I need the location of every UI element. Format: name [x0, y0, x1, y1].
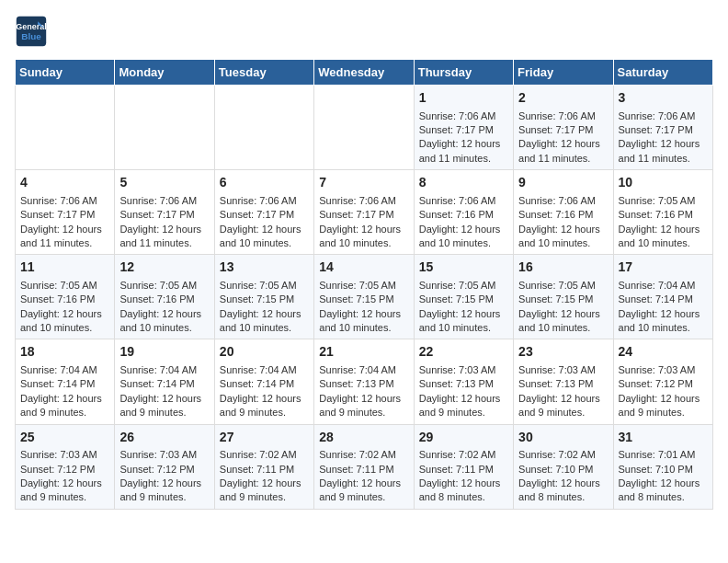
calendar-cell: 9Sunrise: 7:06 AM Sunset: 7:16 PM Daylig… [514, 170, 613, 255]
calendar-cell: 23Sunrise: 7:03 AM Sunset: 7:13 PM Dayli… [514, 339, 613, 424]
day-number: 25 [20, 429, 109, 447]
day-number: 21 [319, 343, 408, 362]
calendar-week-4: 18Sunrise: 7:04 AM Sunset: 7:14 PM Dayli… [16, 339, 713, 424]
day-number: 30 [518, 429, 608, 447]
calendar-week-1: 1Sunrise: 7:06 AM Sunset: 7:17 PM Daylig… [16, 86, 713, 170]
day-number: 5 [119, 174, 209, 192]
calendar-cell: 10Sunrise: 7:05 AM Sunset: 7:16 PM Dayli… [613, 170, 712, 255]
day-info: Sunrise: 7:06 AM Sunset: 7:17 PM Dayligh… [419, 109, 508, 167]
calendar-cell: 7Sunrise: 7:06 AM Sunset: 7:17 PM Daylig… [314, 170, 414, 255]
day-info: Sunrise: 7:02 AM Sunset: 7:11 PM Dayligh… [220, 448, 309, 505]
day-number: 27 [220, 429, 309, 447]
day-info: Sunrise: 7:05 AM Sunset: 7:16 PM Dayligh… [119, 279, 209, 336]
day-info: Sunrise: 7:03 AM Sunset: 7:13 PM Dayligh… [518, 363, 608, 420]
calendar-cell: 21Sunrise: 7:04 AM Sunset: 7:13 PM Dayli… [314, 339, 414, 424]
day-info: Sunrise: 7:05 AM Sunset: 7:15 PM Dayligh… [518, 279, 608, 336]
calendar-table: SundayMondayTuesdayWednesdayThursdayFrid… [15, 59, 713, 510]
calendar-week-3: 11Sunrise: 7:05 AM Sunset: 7:16 PM Dayli… [16, 255, 713, 339]
day-info: Sunrise: 7:03 AM Sunset: 7:13 PM Dayligh… [419, 363, 508, 420]
day-info: Sunrise: 7:02 AM Sunset: 7:10 PM Dayligh… [518, 448, 608, 505]
day-info: Sunrise: 7:02 AM Sunset: 7:11 PM Dayligh… [319, 448, 408, 505]
calendar-cell: 15Sunrise: 7:05 AM Sunset: 7:15 PM Dayli… [414, 255, 513, 339]
weekday-header-tuesday: Tuesday [214, 60, 313, 86]
calendar-cell [314, 86, 414, 170]
weekday-header-monday: Monday [115, 60, 214, 86]
calendar-cell: 30Sunrise: 7:02 AM Sunset: 7:10 PM Dayli… [514, 424, 613, 509]
weekday-header-sunday: Sunday [16, 60, 115, 86]
day-info: Sunrise: 7:06 AM Sunset: 7:17 PM Dayligh… [220, 194, 309, 251]
day-number: 4 [20, 174, 109, 192]
calendar-cell: 18Sunrise: 7:04 AM Sunset: 7:14 PM Dayli… [16, 339, 115, 424]
day-number: 16 [518, 259, 608, 277]
calendar-cell: 29Sunrise: 7:02 AM Sunset: 7:11 PM Dayli… [414, 424, 513, 509]
day-info: Sunrise: 7:06 AM Sunset: 7:17 PM Dayligh… [319, 194, 408, 251]
weekday-header-saturday: Saturday [613, 60, 712, 86]
day-number: 1 [419, 89, 508, 108]
calendar-cell: 11Sunrise: 7:05 AM Sunset: 7:16 PM Dayli… [16, 255, 115, 339]
day-info: Sunrise: 7:04 AM Sunset: 7:14 PM Dayligh… [619, 279, 708, 336]
day-info: Sunrise: 7:04 AM Sunset: 7:14 PM Dayligh… [220, 363, 309, 420]
calendar-week-2: 4Sunrise: 7:06 AM Sunset: 7:17 PM Daylig… [16, 170, 713, 255]
calendar-cell: 3Sunrise: 7:06 AM Sunset: 7:17 PM Daylig… [613, 86, 712, 170]
day-info: Sunrise: 7:06 AM Sunset: 7:17 PM Dayligh… [518, 109, 608, 167]
day-number: 20 [220, 343, 309, 362]
day-number: 28 [319, 429, 408, 447]
day-info: Sunrise: 7:03 AM Sunset: 7:12 PM Dayligh… [20, 448, 109, 505]
day-number: 12 [119, 259, 209, 277]
calendar-cell: 1Sunrise: 7:06 AM Sunset: 7:17 PM Daylig… [414, 86, 513, 170]
calendar-cell: 8Sunrise: 7:06 AM Sunset: 7:16 PM Daylig… [414, 170, 513, 255]
day-number: 13 [220, 259, 309, 277]
calendar-cell: 28Sunrise: 7:02 AM Sunset: 7:11 PM Dayli… [314, 424, 414, 509]
calendar-cell: 26Sunrise: 7:03 AM Sunset: 7:12 PM Dayli… [115, 424, 214, 509]
day-info: Sunrise: 7:05 AM Sunset: 7:16 PM Dayligh… [20, 279, 109, 336]
day-info: Sunrise: 7:06 AM Sunset: 7:16 PM Dayligh… [419, 194, 508, 251]
day-number: 6 [220, 174, 309, 192]
day-info: Sunrise: 7:04 AM Sunset: 7:14 PM Dayligh… [20, 363, 109, 420]
day-number: 29 [419, 429, 508, 447]
calendar-cell: 16Sunrise: 7:05 AM Sunset: 7:15 PM Dayli… [514, 255, 613, 339]
day-number: 17 [619, 259, 708, 277]
day-number: 2 [518, 89, 608, 108]
day-info: Sunrise: 7:04 AM Sunset: 7:13 PM Dayligh… [319, 363, 408, 420]
logo: General Blue [15, 15, 51, 48]
calendar-cell: 19Sunrise: 7:04 AM Sunset: 7:14 PM Dayli… [115, 339, 214, 424]
day-number: 14 [319, 259, 408, 277]
calendar-cell: 4Sunrise: 7:06 AM Sunset: 7:17 PM Daylig… [16, 170, 115, 255]
day-number: 31 [619, 429, 708, 447]
day-info: Sunrise: 7:05 AM Sunset: 7:15 PM Dayligh… [419, 279, 508, 336]
day-info: Sunrise: 7:06 AM Sunset: 7:16 PM Dayligh… [518, 194, 608, 251]
day-number: 24 [619, 343, 708, 362]
weekday-header-friday: Friday [514, 60, 613, 86]
day-number: 8 [419, 174, 508, 192]
calendar-week-5: 25Sunrise: 7:03 AM Sunset: 7:12 PM Dayli… [16, 424, 713, 509]
day-number: 22 [419, 343, 508, 362]
header: General Blue [15, 15, 713, 48]
calendar-cell: 27Sunrise: 7:02 AM Sunset: 7:11 PM Dayli… [214, 424, 313, 509]
day-number: 19 [119, 343, 209, 362]
calendar-cell: 13Sunrise: 7:05 AM Sunset: 7:15 PM Dayli… [214, 255, 313, 339]
day-number: 11 [20, 259, 109, 277]
calendar-cell [115, 86, 214, 170]
day-info: Sunrise: 7:05 AM Sunset: 7:16 PM Dayligh… [619, 194, 708, 251]
calendar-cell [16, 86, 115, 170]
calendar-cell: 2Sunrise: 7:06 AM Sunset: 7:17 PM Daylig… [514, 86, 613, 170]
svg-text:Blue: Blue [21, 31, 41, 41]
day-info: Sunrise: 7:04 AM Sunset: 7:14 PM Dayligh… [119, 363, 209, 420]
calendar-cell [214, 86, 313, 170]
day-number: 10 [619, 174, 708, 192]
calendar-cell: 12Sunrise: 7:05 AM Sunset: 7:16 PM Dayli… [115, 255, 214, 339]
day-number: 15 [419, 259, 508, 277]
day-info: Sunrise: 7:06 AM Sunset: 7:17 PM Dayligh… [20, 194, 109, 251]
day-number: 9 [518, 174, 608, 192]
day-info: Sunrise: 7:03 AM Sunset: 7:12 PM Dayligh… [619, 363, 708, 420]
svg-text:General: General [16, 22, 47, 31]
day-number: 7 [319, 174, 408, 192]
day-info: Sunrise: 7:03 AM Sunset: 7:12 PM Dayligh… [119, 448, 209, 505]
calendar-cell: 24Sunrise: 7:03 AM Sunset: 7:12 PM Dayli… [613, 339, 712, 424]
day-number: 23 [518, 343, 608, 362]
day-info: Sunrise: 7:06 AM Sunset: 7:17 PM Dayligh… [619, 109, 708, 167]
day-number: 3 [619, 89, 708, 108]
weekday-header-wednesday: Wednesday [314, 60, 414, 86]
weekday-header-row: SundayMondayTuesdayWednesdayThursdayFrid… [16, 60, 713, 86]
calendar-cell: 6Sunrise: 7:06 AM Sunset: 7:17 PM Daylig… [214, 170, 313, 255]
